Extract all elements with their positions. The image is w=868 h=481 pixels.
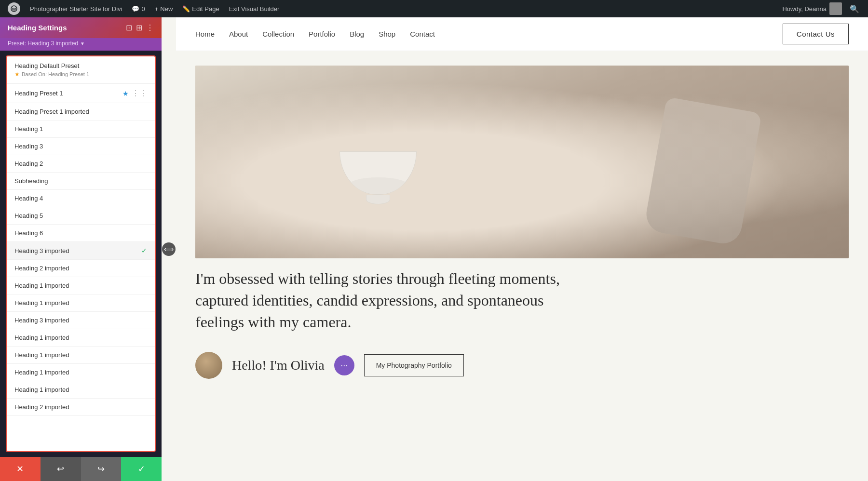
preset-item-label-17: Heading 1 imported [14, 386, 69, 393]
preset-item-label-14: Heading 1 imported [14, 334, 69, 341]
preset-item-4[interactable]: Heading 2 [7, 155, 155, 173]
dots-icon: ⋮⋮ [132, 89, 147, 98]
site-name-btn[interactable]: Photographer Starter Site for Divi [27, 0, 125, 17]
preset-item-label-5: Subheading [14, 177, 48, 185]
save-button[interactable]: ✓ [121, 457, 162, 481]
hero-image-inner [195, 66, 849, 258]
preset-item-18[interactable]: Heading 2 imported [7, 399, 155, 416]
panel-header-icons: ⊡ ⊞ ⋮ [126, 23, 154, 32]
portfolio-button[interactable]: My Photography Portfolio [364, 354, 464, 376]
preset-item-label-9: Heading 3 imported [14, 247, 69, 254]
preset-item-1[interactable]: Heading Preset 1 imported [7, 103, 155, 120]
preset-item-label-11: Heading 1 imported [14, 282, 69, 289]
heading-default-preset-item[interactable]: Heading Default Preset ★ Based On: Headi… [7, 56, 155, 84]
user-info: Howdy, Deanna [782, 2, 842, 15]
preset-selector-bar[interactable]: Preset: Heading 3 imported ▼ [0, 38, 162, 51]
nav-portfolio[interactable]: Portfolio [309, 30, 335, 38]
preset-item-label-4: Heading 2 [14, 160, 43, 167]
admin-search-btn[interactable]: 🔍 [846, 4, 863, 13]
preset-item-7[interactable]: Heading 5 [7, 207, 155, 225]
hero-text-block: I'm obsessed with telling stories throug… [195, 258, 849, 337]
preset-item-8[interactable]: Heading 6 [7, 225, 155, 242]
admin-bar: W Photographer Starter Site for Divi 💬 0… [0, 0, 868, 17]
window-icon-btn[interactable]: ⊡ [126, 23, 132, 32]
fabric-decoration [643, 97, 762, 246]
preset-item-9[interactable]: Heading 3 imported ✓ [7, 242, 155, 260]
based-on-label: Based On: Heading Preset 1 [22, 71, 89, 77]
nav-contact[interactable]: Contact [410, 30, 435, 38]
preset-item-2[interactable]: Heading 1 [7, 120, 155, 138]
bowl-body [339, 151, 417, 195]
panel-header: Heading Settings ⊡ ⊞ ⋮ [0, 17, 162, 38]
redo-button[interactable]: ↪ [81, 457, 122, 481]
preset-item-icons-0: ★ ⋮⋮ [122, 89, 147, 98]
avatar-image [195, 352, 222, 379]
pencil-icon: ✏️ [182, 5, 190, 13]
star-icon: ★ [122, 90, 129, 97]
preset-item-label-18: Heading 2 imported [14, 403, 69, 411]
comments-count: 0 [141, 5, 145, 13]
preset-item-11[interactable]: Heading 1 imported [7, 277, 155, 294]
preset-item-12[interactable]: Heading 1 imported [7, 294, 155, 312]
preset-item-10[interactable]: Heading 2 imported [7, 260, 155, 277]
about-section: Hello! I'm Olivia ··· My Photography Por… [176, 347, 868, 384]
nav-home[interactable]: Home [195, 30, 215, 38]
contact-us-button[interactable]: Contact Us [783, 24, 849, 44]
preset-item-14[interactable]: Heading 1 imported [7, 329, 155, 347]
preset-dropdown-list: Heading Default Preset ★ Based On: Headi… [6, 55, 156, 452]
resize-handle[interactable]: ⟺ [162, 17, 176, 481]
columns-icon-btn[interactable]: ⊞ [136, 23, 142, 32]
nav-collection[interactable]: Collection [262, 30, 294, 38]
preset-item-label-3: Heading 3 [14, 143, 43, 150]
close-button[interactable]: ✕ [0, 457, 41, 481]
main-content-area: Home About Collection Portfolio Blog Sho… [176, 17, 868, 481]
more-options-btn[interactable]: ⋮ [146, 23, 154, 32]
bowl-stand [366, 195, 390, 204]
edit-page-label: Edit Page [192, 5, 219, 13]
hero-quote-text: I'm obsessed with telling stories throug… [195, 268, 581, 333]
preset-item-0[interactable]: Heading Preset 1 ★ ⋮⋮ [7, 84, 155, 103]
resize-icon: ⟺ [162, 242, 176, 256]
preset-item-label-0: Heading Preset 1 [14, 90, 63, 97]
comments-btn[interactable]: 💬 0 [129, 0, 148, 17]
preset-item-17[interactable]: Heading 1 imported [7, 381, 155, 399]
site-navigation: Home About Collection Portfolio Blog Sho… [176, 17, 868, 51]
preset-item-label-10: Heading 2 imported [14, 265, 69, 272]
exit-label: Exit Visual Builder [229, 5, 280, 13]
preset-item-16[interactable]: Heading 1 imported [7, 364, 155, 381]
based-on-row: ★ Based On: Heading Preset 1 [14, 71, 147, 78]
check-icon: ✓ [141, 247, 147, 254]
edit-page-btn[interactable]: ✏️ Edit Page [179, 0, 222, 17]
preset-item-3[interactable]: Heading 3 [7, 138, 155, 155]
exit-builder-btn[interactable]: Exit Visual Builder [226, 0, 283, 17]
bowl-decoration [339, 151, 417, 204]
undo-button[interactable]: ↩ [41, 457, 81, 481]
nav-links: Home About Collection Portfolio Blog Sho… [195, 30, 435, 38]
new-label: New [160, 5, 173, 13]
nav-about[interactable]: About [229, 30, 248, 38]
current-preset-label: Preset: Heading 3 imported [8, 40, 78, 47]
nav-shop[interactable]: Shop [379, 30, 395, 38]
preset-item-label-16: Heading 1 imported [14, 369, 69, 376]
panel-title: Heading Settings [8, 24, 67, 32]
preset-item-13[interactable]: Heading 3 imported [7, 312, 155, 329]
more-options-fab[interactable]: ··· [334, 355, 354, 375]
wp-logo-icon: W [8, 2, 20, 15]
preset-chevron-icon: ▼ [80, 41, 85, 46]
preset-item-label-15: Heading 1 imported [14, 351, 69, 359]
nav-blog[interactable]: Blog [350, 30, 364, 38]
comment-icon: 💬 [132, 5, 139, 13]
preset-item-label-12: Heading 1 imported [14, 299, 69, 307]
new-btn[interactable]: + New [152, 0, 176, 17]
hello-text: Hello! I'm Olivia [232, 358, 325, 373]
user-greeting: Howdy, Deanna [782, 5, 827, 13]
wp-logo-btn[interactable]: W [5, 0, 23, 17]
preset-item-5[interactable]: Subheading [7, 173, 155, 190]
avatar [195, 352, 222, 379]
hero-section: I'm obsessed with telling stories throug… [176, 51, 868, 347]
preset-item-label-6: Heading 4 [14, 195, 43, 202]
svg-text:W: W [12, 7, 16, 12]
preset-item-15[interactable]: Heading 1 imported [7, 347, 155, 364]
site-name-label: Photographer Starter Site for Divi [30, 5, 122, 13]
preset-item-6[interactable]: Heading 4 [7, 190, 155, 207]
